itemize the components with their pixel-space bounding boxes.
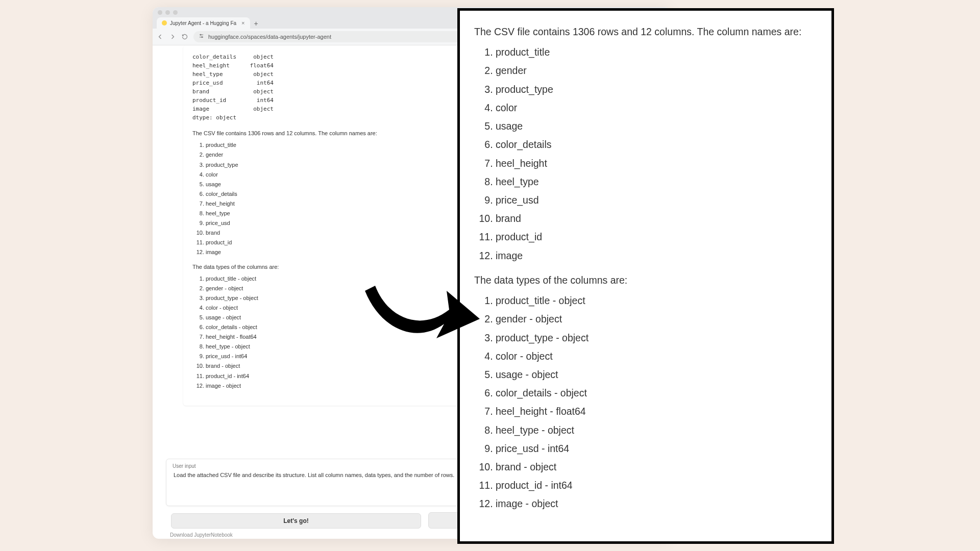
- list-item: heel_type: [496, 174, 817, 189]
- list-item: product_id - int64: [496, 478, 817, 493]
- list-item: color - object: [496, 348, 817, 364]
- secondary-action-button[interactable]: [428, 512, 460, 529]
- list-item: gender: [496, 63, 817, 78]
- list-item: product_title: [496, 44, 817, 60]
- minimize-window-dot[interactable]: [165, 10, 170, 15]
- zoom-summary: The CSV file contains 1306 rows and 12 c…: [474, 24, 817, 39]
- close-window-dot[interactable]: [158, 10, 162, 15]
- list-item: heel_height: [496, 156, 817, 171]
- list-item: brand: [496, 211, 817, 226]
- tab-favicon: [162, 20, 167, 26]
- list-item: image - object: [496, 496, 817, 511]
- zoom-columns-list: product_titlegenderproduct_typecolorusag…: [496, 44, 817, 263]
- list-item: product_title - object: [496, 293, 817, 308]
- zoom-dtypes-heading: The data types of the columns are:: [474, 272, 817, 288]
- tab-title: Jupyter Agent - a Hugging Fa: [170, 20, 236, 26]
- tab-new-button[interactable]: +: [252, 19, 260, 29]
- list-item: product_type - object: [496, 330, 817, 345]
- site-settings-icon[interactable]: [199, 33, 204, 40]
- traffic-lights: [153, 10, 183, 15]
- list-item: product_type: [496, 82, 817, 97]
- zoom-callout: The CSV file contains 1306 rows and 12 c…: [457, 8, 834, 544]
- list-item: image: [496, 248, 817, 263]
- maximize-window-dot[interactable]: [173, 10, 178, 15]
- list-item: price_usd: [496, 192, 817, 208]
- lets-go-button[interactable]: Let's go!: [171, 513, 421, 529]
- list-item: usage: [496, 118, 817, 134]
- forward-icon[interactable]: [169, 33, 176, 40]
- download-notebook-link[interactable]: Download JupyterNotebook: [170, 532, 233, 538]
- url-text: huggingface.co/spaces/data-agents/jupyte…: [208, 34, 331, 40]
- list-item: usage - object: [496, 367, 817, 382]
- tab-close-icon[interactable]: ×: [241, 20, 244, 26]
- list-item: price_usd - int64: [496, 441, 817, 456]
- list-item: brand - object: [496, 459, 817, 474]
- back-icon[interactable]: [157, 33, 164, 40]
- reload-icon[interactable]: [181, 33, 188, 40]
- zoom-dtypes-list: product_title - objectgender - objectpro…: [496, 293, 817, 512]
- list-item: color_details - object: [496, 385, 817, 400]
- list-item: color: [496, 100, 817, 115]
- list-item: heel_type - object: [496, 422, 817, 438]
- list-item: color_details: [496, 137, 817, 152]
- list-item: gender - object: [496, 311, 817, 327]
- list-item: product_id: [496, 229, 817, 244]
- list-item: heel_height - float64: [496, 404, 817, 419]
- tab-active[interactable]: Jupyter Agent - a Hugging Fa ×: [157, 17, 250, 29]
